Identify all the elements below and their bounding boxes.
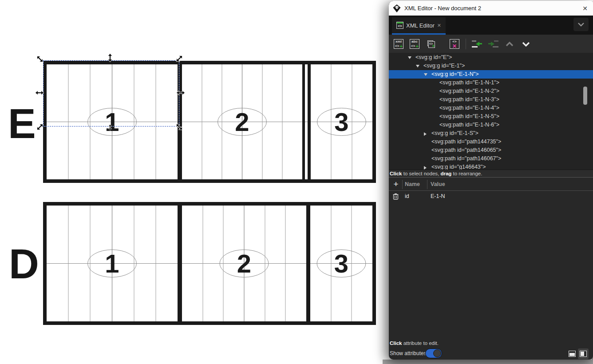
- inkscape-logo-icon: [393, 4, 401, 12]
- row-label-E[interactable]: E: [8, 103, 35, 145]
- tab-close-icon[interactable]: ✕: [437, 23, 441, 28]
- dialog-title: XML Editor - New document 2: [404, 5, 582, 12]
- vertical-split-icon: [580, 351, 587, 357]
- xml-tree-node[interactable]: <svg:g id="E">: [389, 53, 593, 62]
- xml-node-text: <svg:path id="path146067">: [431, 155, 501, 162]
- xml-node-tree[interactable]: <svg:g id="E"><svg:g id="E-1"><svg:g id=…: [389, 53, 593, 170]
- xml-tree-node[interactable]: <svg:path id="E-1-N-3">: [389, 95, 593, 104]
- xml-node-text: <svg:path id="E-1-N-6">: [439, 122, 499, 128]
- xml-editor-dialog: XML Editor - New document 2 ✕ <> XML Edi…: [389, 1, 593, 360]
- chevron-up-icon: [506, 42, 514, 47]
- xml-tree-node[interactable]: <svg:path id="path146067">: [389, 154, 593, 163]
- attribute-value[interactable]: E-1-N: [431, 193, 445, 199]
- show-attributes-label: Show attributes: [390, 350, 427, 356]
- xml-node-text: <svg:path id="E-1-N-3">: [439, 96, 499, 103]
- xml-tree-node[interactable]: <svg:path id="E-1-N-5">: [389, 112, 593, 121]
- delete-attribute-icon[interactable]: [393, 193, 399, 201]
- xml-node-text: <svg:g id="g146643">: [431, 164, 486, 170]
- show-attributes-toggle[interactable]: [425, 348, 442, 358]
- expander-closed-icon[interactable]: [424, 132, 427, 136]
- xml-node-text: <svg:g id="E">: [415, 54, 452, 60]
- attributes-header: + Name Value: [389, 177, 593, 191]
- window-behind-strip: [383, 360, 593, 364]
- layout-vertical-button[interactable]: [578, 348, 589, 359]
- dialog-titlebar[interactable]: XML Editor - New document 2 ✕: [389, 1, 593, 16]
- inkscape-canvas[interactable]: E 1 2 3 D: [0, 0, 593, 364]
- horizontal-split-icon: [569, 351, 576, 357]
- new-element-node-button[interactable]: xml<>+: [392, 38, 405, 50]
- xml-tree-node[interactable]: <svg:g id="E-1-S">: [389, 129, 593, 138]
- section-number[interactable]: 1: [105, 107, 119, 136]
- selection-handle-n[interactable]: [106, 53, 115, 62]
- tree-scrollbar-thumb[interactable]: [583, 87, 587, 105]
- section-number[interactable]: 2: [235, 107, 249, 136]
- xml-tree-node[interactable]: <svg:g id="E-1">: [389, 62, 593, 70]
- toggle-knob: [433, 349, 441, 357]
- dialog-close-icon[interactable]: ✕: [582, 5, 588, 12]
- row-E-frame[interactable]: 1 2 3: [43, 61, 376, 183]
- xml-node-text: <svg:path id="E-1-N-1">: [439, 79, 499, 86]
- chevron-down-icon: [522, 42, 530, 47]
- tree-hint: Click to select nodes, drag to rearrange…: [389, 170, 593, 177]
- row-D-frame[interactable]: 1 2 3: [43, 202, 376, 325]
- section-number[interactable]: 2: [237, 249, 251, 278]
- xml-tree-node[interactable]: <svg:path id="path144735">: [389, 138, 593, 146]
- section-number[interactable]: 1: [105, 249, 119, 278]
- xml-node-text: <svg:g id="E-1-N">: [431, 71, 479, 77]
- attribute-row[interactable]: idE-1-N: [389, 191, 593, 202]
- layout-horizontal-button[interactable]: [567, 348, 577, 359]
- attr-name-header: Name: [405, 181, 420, 187]
- attribute-hint: Click attribute to edit.: [389, 340, 593, 347]
- section-number[interactable]: 3: [334, 249, 348, 278]
- selection-handle-e[interactable]: [176, 88, 185, 97]
- xml-node-text: <svg:path id="E-1-N-2">: [439, 88, 499, 94]
- xml-node-text: <svg:g id="E-1">: [423, 63, 465, 69]
- expander-open-icon[interactable]: [424, 73, 427, 76]
- xml-tree-node[interactable]: <svg:g id="g146643">: [389, 163, 593, 170]
- attr-value-header: Value: [431, 181, 445, 187]
- xml-tree-node[interactable]: <svg:path id="E-1-N-6">: [389, 121, 593, 129]
- row-E-grid[interactable]: 1 2 3: [47, 64, 372, 179]
- xml-node-text: <svg:path id="path146065">: [431, 147, 501, 153]
- tab-list-dropdown-button[interactable]: [573, 18, 589, 31]
- new-text-node-button[interactable]: abc<>+: [408, 38, 421, 50]
- row-D-grid[interactable]: 1 2 3: [47, 206, 372, 321]
- expander-open-icon[interactable]: [416, 65, 419, 67]
- tab-label: XML Editor: [406, 22, 435, 29]
- toolbar-separator: [466, 39, 466, 49]
- attribute-name[interactable]: id: [405, 193, 409, 199]
- xml-toolbar: xml<>+ abc<>+ <>+ <>✕: [389, 35, 593, 53]
- xml-node-text: <svg:path id="E-1-N-5">: [439, 113, 499, 119]
- xml-tree-node[interactable]: <svg:path id="E-1-N-2">: [389, 87, 593, 95]
- dialog-tabstrip: <> XML Editor ✕: [389, 16, 593, 35]
- duplicate-node-button[interactable]: <>+: [425, 38, 437, 50]
- xml-tree-node[interactable]: <svg:path id="path146065">: [389, 146, 593, 154]
- move-node-up-button[interactable]: [503, 38, 516, 50]
- xml-node-text: <svg:path id="E-1-N-4">: [439, 105, 499, 111]
- indent-node-button[interactable]: [487, 38, 499, 50]
- xml-node-text: <svg:g id="E-1-S">: [431, 130, 478, 136]
- add-attribute-button[interactable]: +: [391, 179, 401, 190]
- expander-closed-icon[interactable]: [424, 166, 427, 170]
- xml-tree-node[interactable]: <svg:path id="E-1-N-4">: [389, 104, 593, 112]
- move-node-down-button[interactable]: [520, 38, 532, 50]
- xml-tree-node[interactable]: <svg:path id="E-1-N-1">: [389, 79, 593, 87]
- selection-handle-w[interactable]: [35, 88, 44, 97]
- unindent-node-button[interactable]: [471, 38, 483, 50]
- xml-node-text: <svg:path id="path144735">: [431, 138, 501, 145]
- xml-editor-tab-icon: <>: [396, 22, 403, 29]
- section-number[interactable]: 3: [334, 107, 348, 136]
- chevron-down-icon: [577, 22, 585, 27]
- row-label-D[interactable]: D: [9, 243, 38, 285]
- expander-open-icon[interactable]: [408, 56, 411, 59]
- xml-tree-node[interactable]: <svg:g id="E-1-N">: [389, 70, 593, 79]
- tab-xml-editor[interactable]: <> XML Editor ✕: [392, 17, 446, 33]
- delete-node-button[interactable]: <>✕: [448, 38, 461, 50]
- selection-handle-s[interactable]: [107, 124, 113, 131]
